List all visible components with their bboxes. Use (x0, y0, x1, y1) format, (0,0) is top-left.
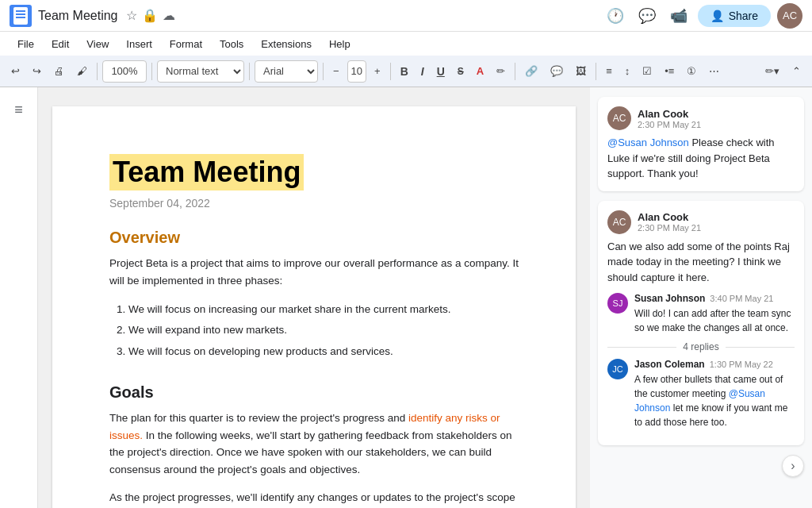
comment-avatar: AC (607, 106, 631, 130)
section2-body2: As the project progresses, we'll identif… (109, 489, 519, 508)
share-icon: 👤 (710, 10, 724, 22)
menu-item-format[interactable]: Format (162, 35, 210, 53)
reply-author: Susan Johnson (634, 293, 705, 304)
increase-font-btn[interactable]: + (370, 60, 385, 83)
comment-author-2: Alan Cook (638, 211, 701, 223)
list-item: We will expand into new markets. (128, 321, 519, 340)
section2-body1: The plan for this quarter is to review t… (109, 410, 519, 478)
image-button[interactable]: 🖼 (571, 60, 591, 83)
checklist-button[interactable]: ☑ (638, 60, 657, 83)
reply-content-jason: Jason Coleman 1:30 PM May 22 A few other… (634, 359, 795, 429)
meet-btn[interactable]: 📹 (666, 3, 691, 29)
toolbar-sep-3 (249, 63, 250, 80)
undo-button[interactable]: ↩ (6, 60, 25, 83)
section1-title: Overview (109, 229, 519, 247)
share-label: Share (729, 10, 758, 22)
paint-format-button[interactable]: 🖌 (72, 60, 92, 83)
zoom-display[interactable]: 100% (102, 60, 147, 83)
menu-item-help[interactable]: Help (321, 35, 358, 53)
user-avatar[interactable]: AC (777, 3, 802, 29)
comment-card: AC Alan Cook 2:30 PM May 21 @Susan Johns… (598, 97, 804, 191)
font-select[interactable]: Arial Times New Roman (255, 60, 318, 83)
reply-header-jason: Jason Coleman 1:30 PM May 22 (634, 359, 795, 370)
replies-line (607, 347, 676, 348)
toolbar: ↩ ↪ 🖨 🖌 100% Normal text Heading 1 Headi… (0, 56, 812, 87)
reply-item: SJ Susan Johnson 3:40 PM May 21 Will do!… (607, 293, 795, 335)
highlight-button[interactable]: ✏ (492, 60, 510, 83)
menu-item-view[interactable]: View (79, 35, 117, 53)
more-button[interactable]: ⋯ (704, 60, 724, 83)
list-item: We will focus on increasing our market s… (128, 300, 519, 319)
history-icon[interactable]: ☁ (163, 8, 175, 23)
comment-mention: @Susan Johnson (607, 137, 689, 148)
reply-susan: SJ Susan Johnson 3:40 PM May 21 Will do!… (607, 293, 795, 335)
decrease-font-btn[interactable]: − (328, 60, 344, 83)
menu-item-tools[interactable]: Tools (212, 35, 251, 53)
history-btn[interactable]: 🕐 (603, 3, 628, 29)
cloud-icon[interactable]: 🔒 (142, 8, 158, 23)
comment-meta: Alan Cook 2:30 PM May 21 (638, 108, 701, 129)
toolbar-sep-4 (323, 63, 324, 80)
menu-item-file[interactable]: File (10, 35, 42, 53)
comment-text: @Susan Johnson Please check with Luke if… (607, 135, 795, 182)
toolbar-sep-6 (515, 63, 515, 80)
doc-page: Team Meeting September 04, 2022 Overview… (52, 106, 576, 508)
comment-time-2: 2:30 PM May 21 (638, 223, 701, 233)
italic-button[interactable]: I (416, 60, 429, 83)
section2-body1-after: In the following weeks, we'll start by g… (109, 429, 512, 475)
replies-count[interactable]: 4 replies (683, 341, 718, 352)
bullet-list-button[interactable]: •≡ (660, 60, 679, 83)
reply-jason: JC Jason Coleman 1:30 PM May 22 A few ot… (607, 359, 795, 429)
toolbar-sep-1 (97, 63, 98, 80)
doc-date: September 04, 2022 (109, 197, 519, 210)
comment-header: AC Alan Cook 2:30 PM May 21 (607, 106, 795, 130)
comment-author: Alan Cook (638, 108, 701, 120)
numbered-list-button[interactable]: ① (682, 60, 701, 83)
list-item: We will focus on developing new products… (128, 342, 519, 361)
font-size-display[interactable]: 10 (347, 60, 366, 83)
redo-button[interactable]: ↪ (28, 60, 46, 83)
bold-button[interactable]: B (396, 60, 413, 83)
menu-item-insert[interactable]: Insert (118, 35, 160, 53)
menu-item-edit[interactable]: Edit (44, 35, 77, 53)
reply-mention: @Susan Johnson (634, 388, 765, 414)
reply-avatar-jason: JC (607, 359, 628, 379)
comment-text-2: Can we also add some of the points Raj m… (607, 239, 795, 286)
comment-card-2: AC Alan Cook 2:30 PM May 21 Can we also … (598, 201, 804, 446)
comment-meta-2: Alan Cook 2:30 PM May 21 (638, 211, 701, 233)
print-button[interactable]: 🖨 (49, 60, 69, 83)
outline-toggle[interactable]: ≡ (10, 97, 28, 123)
underline-button[interactable]: U (432, 60, 450, 83)
text-style-select[interactable]: Normal text Heading 1 Heading 2 (157, 60, 244, 83)
reply-header: Susan Johnson 3:40 PM May 21 (634, 293, 795, 304)
link-button[interactable]: 🔗 (520, 60, 542, 83)
edit-mode-button[interactable]: ✏▾ (760, 60, 784, 83)
title-bar-actions: ☆ 🔒 ☁ (126, 8, 175, 23)
main-area: ≡ Team Meeting September 04, 2022 Overvi… (0, 87, 812, 508)
reply-content: Susan Johnson 3:40 PM May 21 Will do! I … (634, 293, 795, 335)
section1-body: Project Beta is a project that aims to i… (109, 255, 519, 289)
comments-btn[interactable]: 💬 (634, 3, 660, 29)
menu-bar: FileEditViewInsertFormatToolsExtensionsH… (0, 32, 812, 56)
align-button[interactable]: ≡ (601, 60, 617, 83)
collapse-button[interactable]: ⌃ (787, 60, 806, 83)
section1-list: We will focus on increasing our market s… (128, 300, 519, 361)
reply-time-jason: 1:30 PM May 22 (710, 360, 773, 369)
comment-button[interactable]: 💬 (546, 60, 568, 83)
doc-area[interactable]: Team Meeting September 04, 2022 Overview… (38, 87, 590, 508)
line-spacing-button[interactable]: ↕ (620, 60, 635, 83)
strikethrough-button[interactable]: S (453, 60, 469, 83)
comment-header-2: AC Alan Cook 2:30 PM May 21 (607, 210, 795, 234)
section2-body1-before: The plan for this quarter is to review t… (109, 412, 408, 424)
doc-title: Team Meeting (109, 154, 304, 190)
reply-text: Will do! I can add after the team sync s… (634, 306, 795, 335)
star-icon[interactable]: ☆ (126, 8, 137, 23)
toolbar-sep-5 (390, 63, 391, 80)
scroll-indicator[interactable]: › (782, 455, 804, 477)
reply-avatar: SJ (607, 293, 628, 314)
comment-avatar-2: AC (607, 210, 631, 234)
share-button[interactable]: 👤 Share (698, 5, 771, 27)
menu-item-extensions[interactable]: Extensions (253, 35, 320, 53)
toolbar-sep-7 (596, 63, 596, 80)
text-color-button[interactable]: A (472, 60, 488, 83)
